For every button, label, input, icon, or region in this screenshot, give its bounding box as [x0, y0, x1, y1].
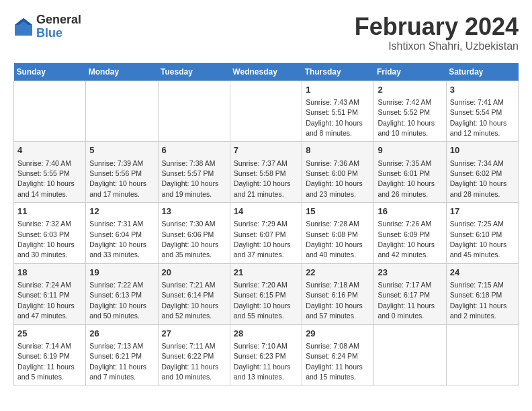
weekday-header: Monday [86, 63, 158, 81]
calendar-cell: 29Sunrise: 7:08 AM Sunset: 6:24 PM Dayli… [302, 324, 374, 385]
calendar-week-row: 11Sunrise: 7:32 AM Sunset: 6:03 PM Dayli… [14, 203, 519, 264]
day-number: 6 [162, 144, 226, 156]
calendar-week-row: 1Sunrise: 7:43 AM Sunset: 5:51 PM Daylig… [14, 81, 519, 142]
day-detail: Sunrise: 7:10 AM Sunset: 6:23 PM Dayligh… [234, 342, 291, 381]
day-number: 13 [162, 205, 226, 218]
weekday-header: Tuesday [158, 63, 230, 81]
calendar-cell: 28Sunrise: 7:10 AM Sunset: 6:23 PM Dayli… [230, 324, 302, 385]
day-detail: Sunrise: 7:17 AM Sunset: 6:17 PM Dayligh… [378, 281, 435, 320]
weekday-header: Sunday [14, 63, 86, 81]
day-detail: Sunrise: 7:20 AM Sunset: 6:15 PM Dayligh… [234, 281, 291, 320]
day-number: 5 [89, 144, 154, 156]
calendar-week-row: 18Sunrise: 7:24 AM Sunset: 6:11 PM Dayli… [14, 263, 519, 324]
day-number: 27 [162, 328, 226, 340]
calendar-cell [446, 324, 518, 385]
calendar-cell: 16Sunrise: 7:26 AM Sunset: 6:09 PM Dayli… [374, 203, 446, 264]
day-number: 29 [306, 328, 370, 340]
day-detail: Sunrise: 7:42 AM Sunset: 5:52 PM Dayligh… [378, 98, 435, 137]
day-number: 25 [17, 328, 82, 340]
day-detail: Sunrise: 7:13 AM Sunset: 6:21 PM Dayligh… [89, 342, 146, 381]
day-detail: Sunrise: 7:15 AM Sunset: 6:18 PM Dayligh… [450, 281, 507, 320]
calendar-cell: 13Sunrise: 7:30 AM Sunset: 6:06 PM Dayli… [158, 203, 230, 264]
calendar-cell: 17Sunrise: 7:25 AM Sunset: 6:10 PM Dayli… [446, 203, 518, 264]
day-detail: Sunrise: 7:24 AM Sunset: 6:11 PM Dayligh… [17, 281, 75, 320]
day-number: 20 [162, 267, 226, 279]
calendar-week-row: 25Sunrise: 7:14 AM Sunset: 6:19 PM Dayli… [14, 324, 519, 385]
calendar-cell [230, 81, 302, 142]
day-number: 24 [450, 267, 515, 279]
calendar-cell: 2Sunrise: 7:42 AM Sunset: 5:52 PM Daylig… [374, 81, 446, 142]
day-detail: Sunrise: 7:39 AM Sunset: 5:56 PM Dayligh… [89, 159, 146, 198]
calendar-table: SundayMondayTuesdayWednesdayThursdayFrid… [13, 63, 519, 386]
calendar-cell: 4Sunrise: 7:40 AM Sunset: 5:55 PM Daylig… [14, 142, 86, 203]
day-number: 19 [89, 267, 154, 279]
calendar-week-row: 4Sunrise: 7:40 AM Sunset: 5:55 PM Daylig… [14, 142, 519, 203]
day-number: 22 [306, 267, 370, 279]
logo-blue: Blue [36, 27, 81, 40]
calendar-cell: 23Sunrise: 7:17 AM Sunset: 6:17 PM Dayli… [374, 263, 446, 324]
day-detail: Sunrise: 7:26 AM Sunset: 6:09 PM Dayligh… [378, 220, 435, 259]
day-number: 23 [378, 267, 442, 279]
calendar-cell: 11Sunrise: 7:32 AM Sunset: 6:03 PM Dayli… [14, 203, 86, 264]
logo-general: General [36, 13, 81, 27]
day-detail: Sunrise: 7:08 AM Sunset: 6:24 PM Dayligh… [306, 342, 363, 381]
calendar-cell [374, 324, 446, 385]
day-number: 16 [378, 205, 442, 218]
subtitle: Ishtixon Shahri, Uzbekistan [355, 40, 519, 52]
page-header: General Blue February 2024 Ishtixon Shah… [13, 13, 519, 52]
calendar-cell: 10Sunrise: 7:34 AM Sunset: 6:02 PM Dayli… [446, 142, 518, 203]
day-detail: Sunrise: 7:40 AM Sunset: 5:55 PM Dayligh… [17, 159, 75, 198]
day-detail: Sunrise: 7:22 AM Sunset: 6:13 PM Dayligh… [89, 281, 146, 320]
day-number: 10 [450, 144, 515, 156]
day-number: 28 [234, 328, 298, 340]
calendar-cell: 22Sunrise: 7:18 AM Sunset: 6:16 PM Dayli… [302, 263, 374, 324]
day-detail: Sunrise: 7:21 AM Sunset: 6:14 PM Dayligh… [162, 281, 219, 320]
logo-icon [13, 17, 34, 37]
day-detail: Sunrise: 7:38 AM Sunset: 5:57 PM Dayligh… [162, 159, 219, 198]
day-detail: Sunrise: 7:18 AM Sunset: 6:16 PM Dayligh… [306, 281, 363, 320]
calendar-cell: 19Sunrise: 7:22 AM Sunset: 6:13 PM Dayli… [86, 263, 158, 324]
logo-text: General Blue [36, 13, 81, 40]
day-detail: Sunrise: 7:28 AM Sunset: 6:08 PM Dayligh… [306, 220, 363, 259]
calendar-cell: 27Sunrise: 7:11 AM Sunset: 6:22 PM Dayli… [158, 324, 230, 385]
weekday-header: Saturday [446, 63, 518, 81]
day-number: 15 [306, 205, 370, 218]
calendar-cell: 15Sunrise: 7:28 AM Sunset: 6:08 PM Dayli… [302, 203, 374, 264]
calendar-cell: 12Sunrise: 7:31 AM Sunset: 6:04 PM Dayli… [86, 203, 158, 264]
day-number: 12 [89, 205, 154, 218]
calendar-cell: 25Sunrise: 7:14 AM Sunset: 6:19 PM Dayli… [14, 324, 86, 385]
day-detail: Sunrise: 7:32 AM Sunset: 6:03 PM Dayligh… [17, 220, 75, 259]
day-number: 8 [306, 144, 370, 156]
calendar-cell: 1Sunrise: 7:43 AM Sunset: 5:51 PM Daylig… [302, 81, 374, 142]
calendar-cell: 26Sunrise: 7:13 AM Sunset: 6:21 PM Dayli… [86, 324, 158, 385]
day-number: 11 [17, 205, 82, 218]
day-detail: Sunrise: 7:25 AM Sunset: 6:10 PM Dayligh… [450, 220, 507, 259]
weekday-header: Friday [374, 63, 446, 81]
calendar-cell: 8Sunrise: 7:36 AM Sunset: 6:00 PM Daylig… [302, 142, 374, 203]
calendar-cell [158, 81, 230, 142]
day-detail: Sunrise: 7:14 AM Sunset: 6:19 PM Dayligh… [17, 342, 75, 381]
calendar-cell: 6Sunrise: 7:38 AM Sunset: 5:57 PM Daylig… [158, 142, 230, 203]
day-detail: Sunrise: 7:34 AM Sunset: 6:02 PM Dayligh… [450, 159, 507, 198]
calendar-cell: 7Sunrise: 7:37 AM Sunset: 5:58 PM Daylig… [230, 142, 302, 203]
calendar-cell: 9Sunrise: 7:35 AM Sunset: 6:01 PM Daylig… [374, 142, 446, 203]
day-detail: Sunrise: 7:31 AM Sunset: 6:04 PM Dayligh… [89, 220, 146, 259]
weekday-header: Wednesday [230, 63, 302, 81]
day-detail: Sunrise: 7:43 AM Sunset: 5:51 PM Dayligh… [306, 98, 363, 137]
weekday-header: Thursday [302, 63, 374, 81]
day-detail: Sunrise: 7:37 AM Sunset: 5:58 PM Dayligh… [234, 159, 291, 198]
day-number: 17 [450, 205, 515, 218]
logo: General Blue [13, 13, 81, 40]
day-number: 1 [306, 84, 370, 96]
calendar-cell [86, 81, 158, 142]
day-number: 21 [234, 267, 298, 279]
day-detail: Sunrise: 7:41 AM Sunset: 5:54 PM Dayligh… [450, 98, 507, 137]
day-number: 9 [378, 144, 442, 156]
day-number: 7 [234, 144, 298, 156]
title-block: February 2024 Ishtixon Shahri, Uzbekista… [355, 13, 519, 52]
calendar-cell: 3Sunrise: 7:41 AM Sunset: 5:54 PM Daylig… [446, 81, 518, 142]
calendar-cell: 18Sunrise: 7:24 AM Sunset: 6:11 PM Dayli… [14, 263, 86, 324]
day-number: 2 [378, 84, 442, 96]
calendar-cell: 20Sunrise: 7:21 AM Sunset: 6:14 PM Dayli… [158, 263, 230, 324]
calendar-cell: 21Sunrise: 7:20 AM Sunset: 6:15 PM Dayli… [230, 263, 302, 324]
